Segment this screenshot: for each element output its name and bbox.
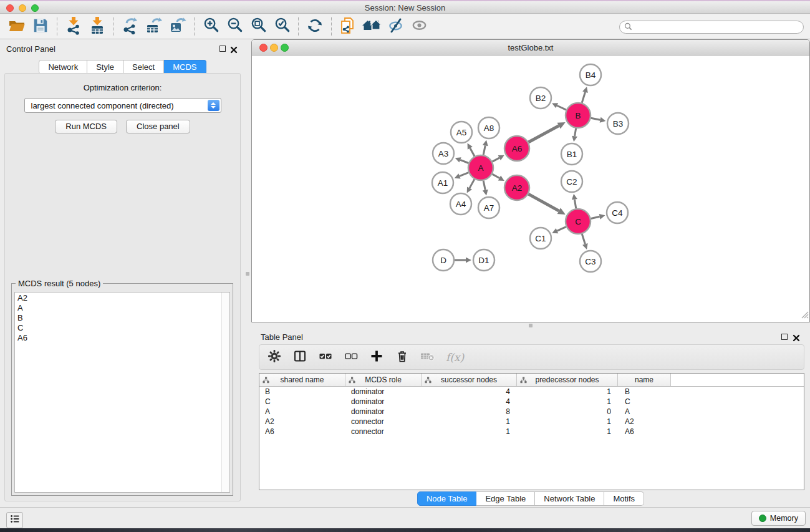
graph-edge-A-A5[interactable]	[470, 148, 475, 156]
column-header-name[interactable]: name	[618, 374, 671, 386]
table-cell[interactable]: 1	[517, 417, 618, 427]
graph-edge-B-B1[interactable]	[575, 128, 576, 137]
export-table-button[interactable]	[142, 16, 166, 38]
zoom-in-button[interactable]	[199, 16, 223, 38]
tab-network-table[interactable]: Network Table	[535, 491, 604, 506]
network-canvas[interactable]: B4B2BB3A5A8A6A3B1AC2A1A2A4A7C4CC1DD1C3	[252, 56, 809, 322]
table-row[interactable]: Adominator80A	[259, 407, 804, 417]
graph-edge-A-A6[interactable]	[493, 158, 499, 162]
network-window-titlebar[interactable]: testGlobe.txt	[252, 40, 809, 56]
zoom-out-button[interactable]	[223, 16, 246, 38]
graph-edge-C-C1[interactable]	[557, 227, 566, 231]
graph-edge-A-A2[interactable]	[492, 174, 499, 178]
search-field[interactable]	[619, 21, 804, 34]
import-network-button[interactable]	[62, 16, 85, 38]
graph-edge-B-B3[interactable]	[591, 118, 600, 120]
table-cell[interactable]: A6	[618, 427, 671, 437]
mcds-result-item[interactable]: C	[15, 323, 221, 333]
delete-column-button[interactable]	[395, 350, 410, 365]
table-panel-float-button[interactable]	[781, 334, 788, 340]
graph-edge-B-B2[interactable]	[557, 105, 566, 110]
column-header-successor-nodes[interactable]: successor nodes	[422, 374, 517, 386]
show-columns-button[interactable]	[292, 350, 307, 365]
memory-button[interactable]: Memory	[751, 511, 806, 526]
zoom-fit-button[interactable]	[246, 16, 270, 38]
graph-edge-C-C4[interactable]	[591, 216, 599, 218]
table-cell[interactable]: 4	[422, 387, 517, 397]
open-session-button[interactable]	[5, 16, 29, 38]
tab-mcds[interactable]: MCDS	[164, 60, 206, 74]
table-cell[interactable]: 0	[517, 407, 618, 417]
table-cell[interactable]: 1	[517, 387, 618, 397]
show-hide-button[interactable]	[407, 16, 431, 38]
tab-motifs[interactable]: Motifs	[604, 491, 644, 506]
column-header-shared-name[interactable]: shared name	[259, 374, 345, 386]
table-cell[interactable]: C	[618, 397, 671, 407]
table-cell[interactable]: dominator	[345, 397, 422, 407]
graph-edge-A-A8[interactable]	[483, 145, 485, 155]
create-column-button[interactable]	[369, 350, 384, 365]
tab-style[interactable]: Style	[87, 60, 123, 74]
table-cell[interactable]: connector	[345, 427, 422, 437]
table-cell[interactable]: A	[618, 407, 671, 417]
search-input[interactable]	[635, 23, 791, 32]
tab-edge-table[interactable]: Edge Table	[476, 491, 535, 506]
mcds-result-item[interactable]: A	[15, 303, 221, 313]
table-row[interactable]: A2connector11A2	[259, 417, 804, 427]
table-cell[interactable]: connector	[345, 417, 422, 427]
control-panel-float-button[interactable]	[219, 46, 226, 52]
column-settings-button[interactable]	[267, 350, 282, 365]
graph-edge-B-B4[interactable]	[582, 92, 585, 103]
resize-grip-icon[interactable]	[800, 310, 809, 321]
table-row[interactable]: A6connector11A6	[259, 427, 804, 437]
graph-edge-A-A1[interactable]	[460, 173, 468, 177]
export-network-button[interactable]	[118, 16, 142, 38]
import-table-button[interactable]	[85, 16, 109, 38]
export-image-button[interactable]	[166, 16, 190, 38]
mcds-list-scrollbar[interactable]	[221, 293, 229, 492]
home-layout-button[interactable]	[360, 16, 383, 38]
close-panel-button[interactable]: Close panel	[126, 120, 190, 133]
graph-edge-A-A7[interactable]	[483, 181, 485, 190]
vertical-splitter-grip[interactable]	[246, 272, 249, 276]
table-cell[interactable]: A	[259, 407, 345, 417]
table-cell[interactable]: 1	[517, 397, 618, 407]
graph-edge-C-C3[interactable]	[582, 234, 585, 244]
table-cell[interactable]: 4	[422, 397, 517, 407]
tab-node-table[interactable]: Node Table	[417, 491, 477, 506]
table-cell[interactable]: A2	[618, 417, 671, 427]
run-mcds-button[interactable]: Run MCDS	[55, 120, 117, 133]
graph-edge-A-A3[interactable]	[460, 160, 468, 163]
task-history-button[interactable]	[6, 512, 23, 528]
mcds-result-item[interactable]: A6	[15, 333, 221, 343]
save-session-button[interactable]	[29, 16, 52, 38]
select-all-button[interactable]	[318, 350, 333, 365]
refresh-button[interactable]	[303, 16, 327, 38]
table-row[interactable]: Cdominator41C	[259, 397, 804, 407]
graphics-details-button[interactable]	[383, 16, 407, 38]
mcds-result-item[interactable]: A2	[15, 293, 221, 303]
graph-edge-A6-B[interactable]	[528, 126, 559, 142]
table-cell[interactable]: C	[259, 397, 345, 407]
mcds-result-item[interactable]: B	[15, 313, 221, 323]
deselect-all-button[interactable]	[344, 350, 359, 365]
table-cell[interactable]: 8	[422, 407, 517, 417]
tab-select[interactable]: Select	[123, 60, 164, 74]
graph-edge-C-C2[interactable]	[574, 200, 576, 209]
zoom-selected-button[interactable]	[270, 16, 294, 38]
column-header-mcds-role[interactable]: MCDS role	[345, 374, 422, 386]
table-row[interactable]: Bdominator41B	[259, 387, 804, 397]
horizontal-splitter-grip[interactable]	[529, 324, 533, 327]
table-cell[interactable]: dominator	[345, 407, 422, 417]
graph-edge-A-A4[interactable]	[470, 179, 475, 188]
table-cell[interactable]: 1	[422, 427, 517, 437]
table-panel-close-button[interactable]	[793, 333, 800, 341]
table-cell[interactable]: A2	[259, 417, 345, 427]
table-cell[interactable]: 1	[517, 427, 618, 437]
mcds-result-list[interactable]: A2ABCA6	[14, 292, 230, 493]
table-cell[interactable]: B	[618, 387, 671, 397]
tab-network[interactable]: Network	[39, 60, 87, 74]
table-cell[interactable]: B	[259, 387, 345, 397]
control-panel-close-button[interactable]	[230, 45, 238, 52]
criterion-dropdown[interactable]: largest connected component (directed)	[24, 98, 221, 113]
